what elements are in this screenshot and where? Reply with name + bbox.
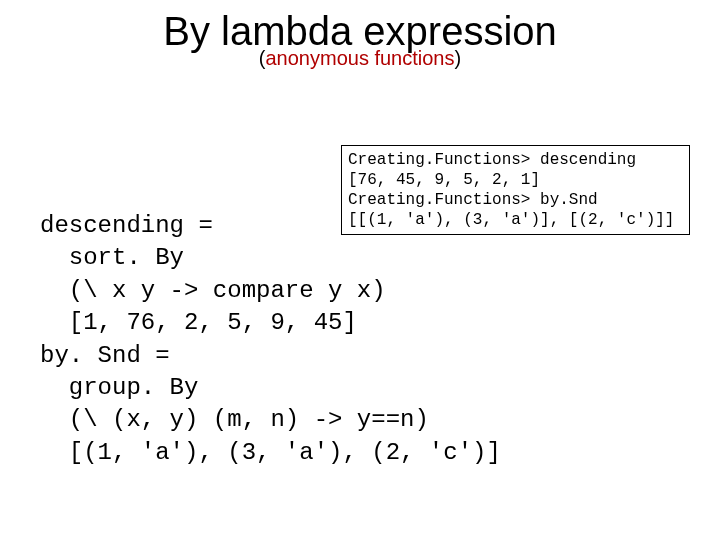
code-line-2: sort. By <box>40 244 184 271</box>
code-line-7: (\ (x, y) (m, n) -> y==n) <box>40 406 429 433</box>
slide-subtitle: (anonymous functions) <box>0 47 720 70</box>
code-line-3: (\ x y -> compare y x) <box>40 277 386 304</box>
repl-line-2: [76, 45, 9, 5, 2, 1] <box>348 171 540 189</box>
code-line-4: [1, 76, 2, 5, 9, 45] <box>40 309 357 336</box>
repl-line-1: Creating.Functions> descending <box>348 151 636 169</box>
slide: By lambda expression (anonymous function… <box>0 10 720 540</box>
code-line-1: descending = <box>40 212 213 239</box>
repl-line-3: Creating.Functions> by.Snd <box>348 191 598 209</box>
subtitle-anon: anonymous functions <box>265 47 454 69</box>
subtitle-close: ) <box>455 47 462 69</box>
code-line-6: group. By <box>40 374 198 401</box>
code-line-5: by. Snd = <box>40 342 170 369</box>
code-line-8: [(1, 'a'), (3, 'a'), (2, 'c')] <box>40 439 501 466</box>
slide-title: By lambda expression <box>0 10 720 52</box>
code-block: descending = sort. By (\ x y -> compare … <box>40 210 501 469</box>
